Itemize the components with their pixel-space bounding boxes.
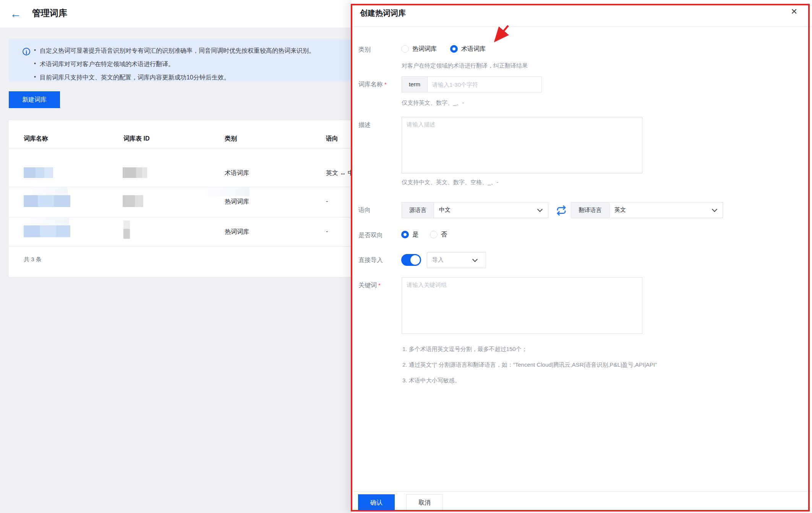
bullet-dot: • — [34, 74, 36, 80]
create-lexicon-drawer: 创建热词词库 × 类别 热词词库 术语词库 对客户在特定领域的术语进行翻译，纠正… — [352, 0, 812, 513]
target-language-value: 英文 — [614, 206, 626, 214]
chevron-down-icon — [712, 207, 717, 212]
table-header-name: 词库名称 — [24, 135, 48, 143]
table-header-id: 词库表 ID — [123, 135, 149, 143]
radio-label-yes[interactable]: 是 — [412, 231, 418, 239]
name-input[interactable] — [428, 76, 542, 92]
create-lexicon-button[interactable]: 新建词库 — [9, 91, 60, 108]
cell-category: 术语词库 — [225, 169, 249, 177]
radio-label-no[interactable]: 否 — [441, 231, 447, 239]
description-helper-text: 仅支持中文、英文、数字、空格、_、- — [402, 179, 498, 186]
swap-icon[interactable] — [556, 205, 567, 218]
description-textarea[interactable] — [402, 117, 642, 173]
blur-ghost — [31, 218, 69, 226]
cell-direction: - — [326, 228, 328, 235]
banner-bullet: •术语词库对可对客户在特定领域的术语进行翻译。 — [34, 60, 174, 68]
field-label-description: 描述 — [358, 121, 371, 129]
radio-label-hotword[interactable]: 热词词库 — [412, 45, 437, 53]
field-label-category: 类别 — [358, 46, 371, 54]
redacted-id-blur — [123, 195, 143, 207]
name-helper-text: 仅支持英文、数字、_、- — [402, 99, 464, 107]
redacted-name-blur — [24, 225, 70, 237]
field-label-direction: 语向 — [358, 206, 371, 214]
radio-bidirectional-no[interactable] — [430, 231, 438, 238]
close-icon[interactable]: × — [791, 5, 797, 18]
radio-label-term[interactable]: 术语词库 — [461, 45, 486, 53]
cell-direction: - — [326, 198, 328, 205]
radio-hotword-lexicon[interactable] — [401, 45, 409, 53]
table-header-direction: 语向 — [326, 135, 338, 143]
field-label-bidirectional: 是否双向 — [358, 231, 383, 240]
banner-bullet: •自定义热词可显著提升语音识别对专有词汇的识别准确率，同音同调时优先按权重较高的… — [34, 47, 315, 55]
category-helper-text: 对客户在特定领域的术语进行翻译，纠正翻译结果 — [402, 62, 528, 70]
drawer-title: 创建热词词库 — [360, 8, 406, 18]
cancel-button[interactable]: 取消 — [406, 494, 443, 511]
app-root: ← 管理词库 i •自定义热词可显著提升语音识别对专有词汇的识别准确率，同音同调… — [0, 0, 812, 513]
field-label-name: 词库名称* — [358, 81, 387, 89]
source-language-value: 中文 — [439, 206, 451, 214]
drawer-footer-divider — [352, 491, 812, 492]
target-language-prefix: 翻译语言 — [571, 202, 609, 218]
drawer-header-divider — [352, 26, 812, 27]
keywords-note-2: 2. 通过英文“|” 分割源语言和翻译语言，如：“Tencent Cloud|腾… — [402, 361, 657, 369]
back-arrow-icon[interactable]: ← — [10, 7, 21, 21]
redacted-name-blur — [24, 195, 70, 207]
table-total-count: 共 3 条 — [24, 256, 42, 263]
blur-ghost — [32, 187, 68, 196]
keywords-note-3: 3. 术语中大小写敏感。 — [402, 377, 460, 384]
bullet-dot: • — [34, 47, 36, 53]
target-language-select[interactable]: 英文 — [609, 202, 723, 218]
banner-bullet: •目前词库只支持中文、英文的配置，词库内容更新成功10分钟后生效。 — [34, 74, 230, 82]
keywords-textarea[interactable] — [402, 277, 642, 334]
source-language-select[interactable]: 中文 — [434, 202, 548, 218]
required-asterisk: * — [384, 81, 387, 87]
required-asterisk: * — [378, 282, 381, 288]
import-mode-select[interactable]: 导入 — [427, 252, 486, 268]
page-title: 管理词库 — [32, 7, 67, 19]
chevron-down-icon — [537, 207, 543, 212]
source-language-prefix: 源语言 — [402, 202, 434, 218]
direct-import-toggle[interactable] — [401, 254, 421, 266]
bullet-dot: • — [34, 60, 36, 66]
name-input-group: term — [402, 76, 542, 92]
field-label-direct-import: 直接导入 — [358, 256, 383, 264]
cell-category: 热词词库 — [225, 198, 249, 206]
blur-ghost — [207, 187, 250, 196]
redacted-id-blur — [123, 167, 147, 178]
radio-bidirectional-yes[interactable] — [401, 231, 409, 238]
name-prefix: term — [402, 76, 428, 92]
redacted-id-blur — [123, 220, 130, 239]
keywords-note-1: 1. 多个术语用英文逗号分割，最多不超过150个； — [402, 346, 527, 353]
toggle-knob — [410, 255, 420, 265]
redacted-name-blur — [24, 167, 53, 178]
confirm-button[interactable]: 确认 — [358, 494, 395, 511]
field-label-keywords: 关键词* — [358, 282, 381, 290]
table-header-category: 类别 — [225, 135, 237, 143]
chevron-down-icon — [472, 257, 478, 262]
info-icon: i — [23, 48, 30, 55]
radio-term-lexicon[interactable] — [450, 45, 458, 53]
cell-category: 热词词库 — [225, 228, 249, 236]
import-mode-value: 导入 — [432, 256, 444, 264]
